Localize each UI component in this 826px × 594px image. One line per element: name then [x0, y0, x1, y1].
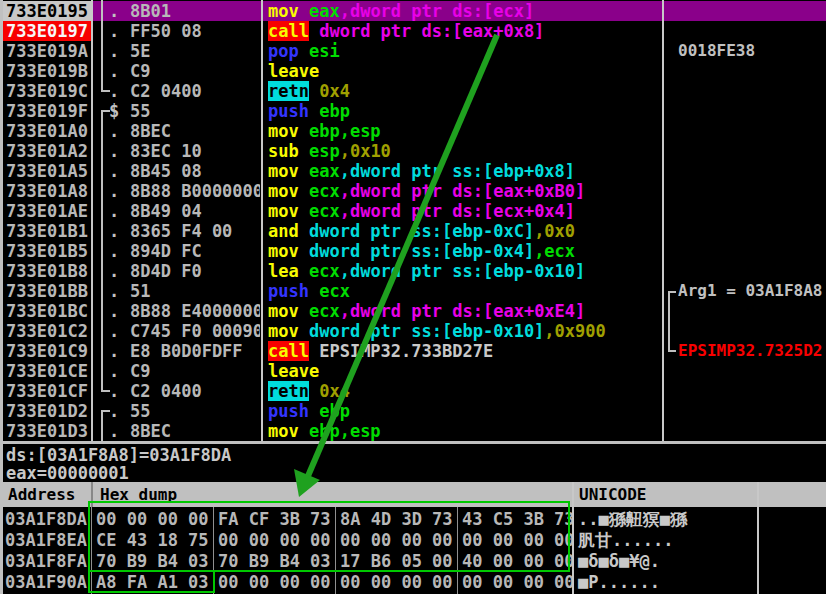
- disasm-token: ,dword ptr ds:[ecx]: [340, 1, 534, 21]
- disasm-token: retn: [268, 81, 309, 101]
- instruction-address: 733E01A5: [6, 161, 88, 181]
- disasm-token: mov: [268, 161, 309, 181]
- instruction-address: 733E01C2: [6, 321, 88, 341]
- opcode-bytes: 83EC 10: [130, 141, 260, 161]
- opcode-bytes: 8B45 08: [130, 161, 260, 181]
- disasm-token: eax: [309, 161, 340, 181]
- annotation-highlight-rect-large: [88, 501, 570, 572]
- disasm-row[interactable]: 733E01BB.51push ecxArg1 = 03A1F8A8: [0, 281, 826, 301]
- dump-address: 03A1F8EA: [5, 530, 87, 551]
- disasm-row[interactable]: 733E01A5.8B45 08mov eax,dword ptr ss:[eb…: [0, 161, 826, 181]
- analysis-marker: .: [109, 301, 125, 321]
- annotation-highlight-rect-small: [88, 570, 215, 593]
- disasm-row[interactable]: 733E0195.8B01mov eax,dword ptr ds:[ecx]: [0, 1, 826, 21]
- disasm-token: EPSIMP32.733BD27E: [309, 341, 493, 361]
- info-pane-line2: eax=00000001: [6, 464, 129, 483]
- disasm-token: esp: [309, 141, 340, 161]
- opcode-bytes: 8B49 04: [130, 201, 260, 221]
- analysis-marker: .: [109, 61, 125, 81]
- instruction-address: 733E01C9: [6, 341, 88, 361]
- disasm-row[interactable]: 733E01A0.8BECmov ebp,esp: [0, 121, 826, 141]
- opcode-bytes: 8365 F4 00: [130, 221, 260, 241]
- opcode-bytes: C745 F0 00090000: [130, 321, 260, 341]
- disasm-row[interactable]: 733E01B5.894D FCmov dword ptr ss:[ebp-0x…: [0, 241, 826, 261]
- disasm-token: ebp: [319, 401, 350, 421]
- disasm-row[interactable]: 733E01D3.8BECmov ebp,esp: [0, 421, 826, 441]
- disasm-token: 0x4: [309, 81, 350, 101]
- analysis-marker: .: [109, 261, 125, 281]
- opcode-bytes: C9: [130, 361, 260, 381]
- disasm-token: lea: [268, 261, 309, 281]
- disasm-row[interactable]: 733E01BC.8B88 E4000000mov ecx,dword ptr …: [0, 301, 826, 321]
- dump-header-address[interactable]: Address: [8, 485, 75, 505]
- opcode-bytes: FF50 08: [130, 21, 260, 41]
- dump-unicode-text: ■Ρ......: [578, 572, 660, 593]
- disasm-row[interactable]: 733E01D2.55push ebp: [0, 401, 826, 421]
- address-cell: 733E01A0: [3, 121, 92, 141]
- instruction-address: 733E01B5: [6, 241, 88, 261]
- analysis-marker: .: [109, 181, 125, 201]
- analysis-marker: .: [109, 421, 125, 441]
- disasm-row[interactable]: 733E01CF.C2 0400retn 0x4: [0, 381, 826, 401]
- address-cell: 733E019C: [3, 81, 92, 101]
- dump-address: 03A1F8FA: [5, 551, 87, 572]
- disasm-row[interactable]: 733E0197.FF50 08call dword ptr ds:[eax+0…: [0, 21, 826, 41]
- instruction-text: push ebp: [268, 401, 660, 421]
- analysis-marker: .: [109, 401, 125, 421]
- disasm-token: ecx: [309, 301, 340, 321]
- disasm-token: leave: [268, 361, 319, 381]
- analysis-marker: .: [109, 241, 125, 261]
- disasm-row[interactable]: 733E01A2.83EC 10sub esp,0x10: [0, 141, 826, 161]
- disasm-token: and: [268, 221, 309, 241]
- opcode-bytes: C2 0400: [130, 381, 260, 401]
- instruction-text: mov ecx,dword ptr ds:[eax+0xB0]: [268, 181, 660, 201]
- instruction-text: mov ecx,dword ptr ds:[eax+0xE4]: [268, 301, 660, 321]
- address-cell: 733E0195: [3, 1, 92, 21]
- dump-address: 03A1F8DA: [5, 509, 87, 530]
- instruction-text: mov dword ptr ss:[ebp-0x4],ecx: [268, 241, 660, 261]
- disasm-row[interactable]: 733E01C9.E8 B0D0FDFFcall EPSIMP32.733BD2…: [0, 341, 826, 361]
- disasm-token: mov: [268, 121, 309, 141]
- opcode-bytes: 894D FC: [130, 241, 260, 261]
- disasm-token: mov: [268, 301, 309, 321]
- disasm-row[interactable]: 733E01B1.8365 F4 00and dword ptr ss:[ebp…: [0, 221, 826, 241]
- address-cell: 733E01BC: [3, 301, 92, 321]
- arg-bracket-line: [668, 291, 670, 352]
- disasm-row[interactable]: 733E01A8.8B88 B0000000mov ecx,dword ptr …: [0, 181, 826, 201]
- instruction-address: 733E01BB: [6, 281, 88, 301]
- analysis-marker: .: [109, 221, 125, 241]
- analysis-marker: .: [109, 1, 125, 21]
- analysis-marker: .: [109, 141, 125, 161]
- disasm-token: ,dword ptr ss:[ebp-0x10]: [340, 261, 586, 281]
- instruction-text: call dword ptr ds:[eax+0x8]: [268, 21, 660, 41]
- dump-unicode-separator: [572, 482, 574, 594]
- address-cell: 733E0197: [3, 21, 92, 41]
- disasm-row[interactable]: 733E019F$55push ebp: [0, 101, 826, 121]
- instruction-address: 733E01B8: [6, 261, 88, 281]
- disasm-token: mov: [268, 241, 309, 261]
- instruction-text: push ecx: [268, 281, 660, 301]
- disasm-token: ecx: [309, 181, 340, 201]
- disasm-row[interactable]: 733E019B.C9leave: [0, 61, 826, 81]
- instruction-address: 733E01BC: [6, 301, 88, 321]
- instruction-text: mov ecx,dword ptr ds:[ecx+0x4]: [268, 201, 660, 221]
- address-cell: 733E01A5: [3, 161, 92, 181]
- disasm-row[interactable]: 733E019A.5Epop esi0018FE38: [0, 41, 826, 61]
- opcode-bytes: 8B01: [130, 1, 260, 21]
- disasm-row[interactable]: 733E01B8.8D4D F0lea ecx,dword ptr ss:[eb…: [0, 261, 826, 281]
- instruction-text: lea ecx,dword ptr ss:[ebp-0x10]: [268, 261, 660, 281]
- disasm-token: push: [268, 401, 319, 421]
- disasm-row[interactable]: 733E01C2.C745 F0 00090000mov dword ptr s…: [0, 321, 826, 341]
- instruction-address: 733E019A: [6, 41, 88, 61]
- disasm-token: ,dword ptr ds:[eax+0xB0]: [340, 181, 586, 201]
- disasm-row[interactable]: 733E01CE.C9leave: [0, 361, 826, 381]
- address-cell: 733E01D2: [3, 401, 92, 421]
- opcode-bytes: 8D4D F0: [130, 261, 260, 281]
- address-cell: 733E01A2: [3, 141, 92, 161]
- disasm-token: mov: [268, 181, 309, 201]
- disasm-row[interactable]: 733E019C.C2 0400retn 0x4: [0, 81, 826, 101]
- disasm-row[interactable]: 733E01AE.8B49 04mov ecx,dword ptr ds:[ec…: [0, 201, 826, 221]
- disasm-token: call: [268, 341, 309, 361]
- instruction-text: mov eax,dword ptr ds:[ecx]: [268, 1, 660, 21]
- dump-header-unicode[interactable]: UNICODE: [579, 485, 646, 505]
